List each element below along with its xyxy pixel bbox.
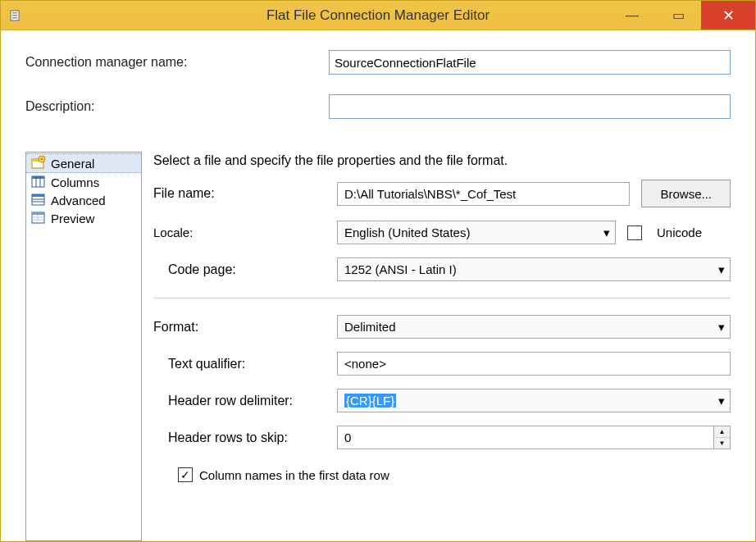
unicode-group: Unicode — [627, 225, 731, 240]
maximize-button[interactable]: ▭ — [655, 1, 701, 30]
sidebar-item-label: Advanced — [51, 194, 106, 207]
text-qualifier-row: Text qualifier: <none> — [153, 352, 731, 376]
text-qualifier-value: <none> — [344, 357, 386, 371]
header-rows-skip-spinner: ▲ ▼ — [337, 426, 731, 449]
minimize-button[interactable]: — — [609, 1, 655, 30]
browse-button[interactable]: Browse... — [641, 180, 731, 207]
header-row-delim-dropdown[interactable]: {CR}{LF} ▾ — [337, 389, 731, 412]
svg-rect-2 — [12, 15, 17, 16]
unicode-label: Unicode — [657, 225, 702, 239]
check-icon: ✓ — [180, 468, 190, 481]
chevron-down-icon: ▾ — [718, 394, 725, 408]
sidebar-item-label: Columns — [51, 175, 99, 189]
spin-down-icon: ▼ — [719, 440, 726, 447]
sidebar-item-advanced[interactable]: Advanced — [26, 191, 141, 209]
format-dropdown[interactable]: Delimited ▾ — [337, 315, 731, 339]
codepage-label: Code page: — [153, 262, 326, 277]
format-value: Delimited — [344, 320, 396, 334]
svg-rect-12 — [32, 194, 44, 197]
instruction-text: Select a file and specify the file prope… — [153, 153, 731, 168]
svg-rect-1 — [12, 12, 17, 14]
sidebar-item-label: Preview — [51, 212, 94, 225]
format-label: Format: — [153, 320, 326, 335]
detail-panel: Select a file and specify the file prope… — [153, 152, 731, 541]
file-name-label: File name: — [153, 186, 326, 201]
sidebar-item-general[interactable]: General — [26, 153, 141, 173]
minimize-icon: — — [626, 8, 639, 23]
spin-buttons: ▲ ▼ — [714, 426, 731, 449]
close-button[interactable]: ✕ — [701, 1, 755, 30]
header-rows-skip-label: Header rows to skip: — [153, 430, 326, 445]
spin-down-button[interactable]: ▼ — [714, 438, 730, 449]
file-name-row: File name: D:\All Tutorials\NBS\*_Cof_Te… — [153, 180, 731, 207]
locale-dropdown[interactable]: English (United States) ▾ — [337, 221, 616, 244]
locale-row: Locale: English (United States) ▾ Unicod… — [153, 221, 731, 244]
locale-label: Locale: — [153, 225, 326, 239]
sidebar-item-columns[interactable]: Columns — [26, 173, 141, 191]
app-icon — [9, 9, 22, 22]
spin-up-icon: ▲ — [719, 428, 726, 435]
top-fields: Connection manager name: Description: — [25, 50, 731, 119]
description-input[interactable] — [329, 94, 731, 119]
description-label: Description: — [25, 99, 329, 114]
page-nav: General Columns Advanced — [25, 152, 142, 541]
codepage-dropdown[interactable]: 1252 (ANSI - Latin I) ▾ — [337, 257, 731, 281]
file-name-value: D:\All Tutorials\NBS\*_Cof_Test — [344, 187, 516, 201]
spin-up-button[interactable]: ▲ — [714, 426, 730, 438]
advanced-icon — [31, 193, 46, 207]
chevron-down-icon: ▾ — [718, 320, 725, 335]
svg-rect-8 — [32, 176, 44, 179]
header-row-delim-label: Header row delimiter: — [153, 394, 326, 408]
sidebar-item-label: General — [51, 157, 94, 171]
format-row: Format: Delimited ▾ — [153, 315, 731, 339]
header-rows-skip-input[interactable] — [337, 426, 714, 449]
main-split: General Columns Advanced — [25, 152, 731, 541]
chevron-down-icon: ▾ — [718, 262, 725, 277]
col-names-label: Column names in the first data row — [199, 468, 389, 482]
header-row-delim-row: Header row delimiter: {CR}{LF} ▾ — [153, 389, 731, 412]
connection-name-input[interactable] — [329, 50, 731, 75]
connection-name-label: Connection manager name: — [25, 55, 329, 70]
text-qualifier-input[interactable]: <none> — [337, 352, 731, 376]
section-divider — [153, 298, 731, 298]
close-icon: ✕ — [722, 7, 735, 25]
preview-icon — [31, 211, 46, 225]
svg-rect-3 — [12, 17, 17, 19]
codepage-row: Code page: 1252 (ANSI - Latin I) ▾ — [153, 257, 731, 281]
titlebar: Flat File Connection Manager Editor — ▭ … — [1, 1, 755, 30]
col-names-checkbox[interactable]: ✓ — [178, 467, 193, 482]
header-rows-skip-row: Header rows to skip: ▲ ▼ — [153, 426, 731, 449]
col-names-row: ✓ Column names in the first data row — [178, 467, 731, 482]
text-qualifier-label: Text qualifier: — [153, 357, 326, 371]
codepage-value: 1252 (ANSI - Latin I) — [344, 262, 457, 276]
client-area: Connection manager name: Description: Ge… — [1, 30, 755, 541]
columns-icon — [31, 175, 46, 189]
editor-window: Flat File Connection Manager Editor — ▭ … — [0, 0, 756, 542]
unicode-checkbox[interactable] — [627, 225, 642, 240]
chevron-down-icon: ▾ — [603, 225, 610, 240]
general-icon — [31, 156, 46, 171]
locale-value: English (United States) — [344, 225, 470, 239]
svg-rect-16 — [32, 212, 44, 215]
maximize-icon: ▭ — [672, 7, 685, 23]
header-row-delim-value: {CR}{LF} — [344, 394, 396, 408]
sidebar-item-preview[interactable]: Preview — [26, 209, 141, 227]
file-name-input[interactable]: D:\All Tutorials\NBS\*_Cof_Test — [337, 182, 630, 206]
window-buttons: — ▭ ✕ — [609, 1, 755, 30]
